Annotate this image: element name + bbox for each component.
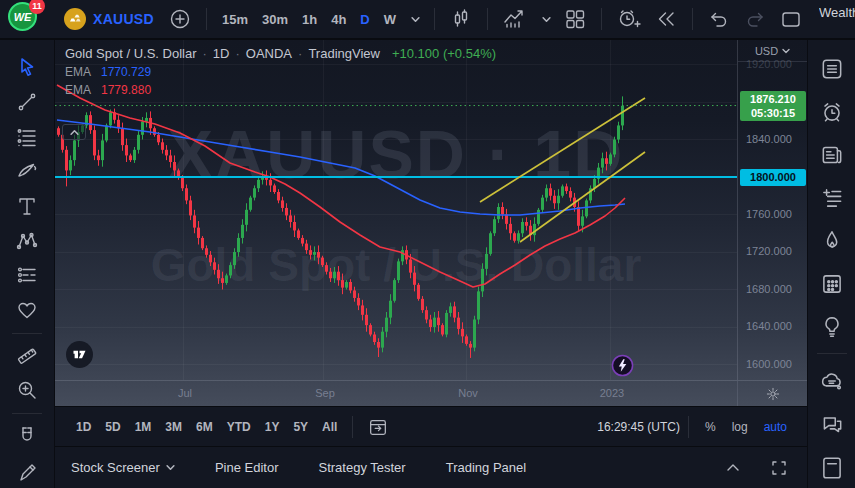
alarm-clock-icon bbox=[819, 99, 845, 125]
range-ytd[interactable]: YTD bbox=[220, 420, 258, 434]
range-6m[interactable]: 6M bbox=[189, 420, 220, 434]
tradingview-logo[interactable] bbox=[66, 341, 93, 368]
fib-retracement-tool[interactable] bbox=[10, 124, 44, 150]
account-logo[interactable]: WE 11 bbox=[8, 2, 42, 36]
symbol-search-button[interactable]: XAUUSD bbox=[56, 8, 162, 30]
range-3m[interactable]: 3M bbox=[158, 420, 189, 434]
auto-scale-button[interactable]: auto bbox=[756, 420, 795, 434]
open-panel-button[interactable] bbox=[719, 453, 747, 483]
layout-name-block[interactable]: Wealthy Educ... Save bbox=[819, 6, 855, 32]
timeframe-15m[interactable]: 15m bbox=[215, 5, 255, 33]
plus-circle-icon bbox=[168, 7, 192, 31]
toolbar-left-group: WE 11 XAUUSD 15m 30m 1h 4h D W bbox=[8, 0, 773, 38]
hotlists-button[interactable] bbox=[815, 227, 849, 255]
forecast-tool[interactable] bbox=[10, 263, 44, 289]
tab-trading-panel[interactable]: Trading Panel bbox=[446, 460, 526, 475]
magnet-tool[interactable] bbox=[10, 423, 44, 449]
range-5d[interactable]: 5D bbox=[98, 420, 127, 434]
magnifier-plus-icon bbox=[15, 378, 39, 402]
magnet-icon bbox=[15, 424, 39, 448]
right-sidebar bbox=[807, 40, 855, 488]
news-button[interactable] bbox=[815, 141, 849, 169]
toolbar-divider bbox=[601, 8, 602, 30]
price-change: +10.100 (+0.54%) bbox=[392, 46, 496, 61]
cursor-tool[interactable] bbox=[10, 55, 44, 81]
tab-stock-screener[interactable]: Stock Screener bbox=[71, 460, 175, 475]
goto-date-icon bbox=[367, 416, 389, 438]
save-button[interactable]: Save bbox=[819, 19, 855, 32]
chat-cloud-icon bbox=[819, 368, 845, 394]
snapshot-button[interactable] bbox=[773, 4, 809, 34]
chat-cloud-button[interactable] bbox=[815, 367, 849, 395]
alerts-button[interactable] bbox=[815, 98, 849, 126]
text-notes-button[interactable] bbox=[815, 184, 849, 212]
redo-button[interactable] bbox=[737, 4, 773, 34]
range-5y[interactable]: 5Y bbox=[286, 420, 315, 434]
emoji-tool[interactable] bbox=[10, 297, 44, 323]
legend-title[interactable]: Gold Spot / U.S. Dollar bbox=[65, 46, 197, 61]
indicators-button[interactable] bbox=[496, 4, 534, 34]
chart-style-button[interactable] bbox=[443, 4, 479, 34]
range-1d[interactable]: 1D bbox=[69, 420, 98, 434]
goto-date-button[interactable] bbox=[361, 412, 395, 442]
brush-tool[interactable] bbox=[10, 159, 44, 185]
layout-grid-button[interactable] bbox=[557, 4, 593, 34]
tab-strategy-tester[interactable]: Strategy Tester bbox=[318, 460, 405, 475]
alert-clock-icon bbox=[616, 7, 642, 31]
calendar-button[interactable] bbox=[815, 270, 849, 298]
range-1m[interactable]: 1M bbox=[128, 420, 159, 434]
undo-button[interactable] bbox=[701, 4, 737, 34]
watchlist-button[interactable] bbox=[815, 56, 849, 84]
xabcd-pattern-tool[interactable] bbox=[10, 228, 44, 254]
legend-platform[interactable]: TradingView bbox=[308, 46, 380, 61]
time-axis[interactable]: JulSepNov2023 bbox=[55, 380, 807, 406]
legend-collapse-button[interactable] bbox=[62, 124, 86, 140]
bar-replay-button[interactable] bbox=[648, 4, 684, 34]
compare-add-button[interactable] bbox=[162, 4, 198, 34]
timeframe-1w[interactable]: W bbox=[377, 5, 403, 33]
time-tick: Sep bbox=[310, 387, 340, 399]
zoom-in-tool[interactable] bbox=[10, 378, 44, 404]
timeframe-1d[interactable]: D bbox=[353, 5, 376, 33]
layout-grid-icon bbox=[563, 7, 587, 31]
chart-footer-toolbar: 1D 5D 1M 3M 6M YTD 1Y 5Y All 16:29:45 (U… bbox=[55, 406, 807, 446]
fib-retracement-icon bbox=[15, 125, 39, 149]
layout-name[interactable]: Wealthy Educ... bbox=[819, 6, 855, 19]
ideas-button[interactable] bbox=[815, 313, 849, 341]
range-all[interactable]: All bbox=[315, 420, 344, 434]
forecast-icon bbox=[15, 263, 39, 287]
tab-pine-editor[interactable]: Pine Editor bbox=[215, 460, 279, 475]
snapshot-icon bbox=[779, 7, 803, 31]
ema-red-value: 1779.880 bbox=[101, 83, 151, 97]
measure-tool[interactable] bbox=[10, 343, 44, 369]
timeframe-30m[interactable]: 30m bbox=[255, 5, 295, 33]
edit-tool[interactable] bbox=[10, 458, 44, 484]
top-toolbar: WE 11 XAUUSD 15m 30m 1h 4h D W bbox=[0, 0, 855, 40]
range-1y[interactable]: 1Y bbox=[258, 420, 287, 434]
price-axis[interactable]: USD 1876.210 05:30:15 1800.000 1920.0001… bbox=[737, 40, 807, 380]
ema-indicator-row[interactable]: EMA 1770.729 bbox=[65, 65, 496, 79]
legend-exchange[interactable]: OANDA bbox=[246, 46, 292, 61]
clock-utc[interactable]: 16:29:45 (UTC) bbox=[597, 420, 680, 434]
indicators-menu-button[interactable] bbox=[536, 4, 557, 34]
text-tool[interactable] bbox=[10, 193, 44, 219]
timeframe-4h[interactable]: 4h bbox=[324, 5, 353, 33]
create-alert-button[interactable] bbox=[610, 4, 648, 34]
chats-button[interactable] bbox=[815, 410, 849, 438]
ema-indicator-row[interactable]: EMA 1779.880 bbox=[65, 83, 496, 97]
lightning-badge[interactable] bbox=[611, 354, 634, 377]
toolbar-divider bbox=[206, 8, 207, 30]
hline-price-label[interactable]: 1800.000 bbox=[740, 169, 806, 186]
fullscreen-button[interactable] bbox=[765, 453, 793, 483]
legend-symbol-row[interactable]: Gold Spot / U.S. Dollar · 1D · OANDA · T… bbox=[65, 46, 496, 61]
chart-settings-button[interactable] bbox=[737, 381, 807, 406]
last-price-label[interactable]: 1876.210 05:30:15 bbox=[740, 91, 806, 121]
trend-line-tool[interactable] bbox=[10, 89, 44, 115]
legend-interval[interactable]: 1D bbox=[213, 46, 230, 61]
object-tree-button[interactable] bbox=[815, 453, 849, 481]
timeframe-menu-button[interactable] bbox=[405, 4, 426, 34]
log-scale-button[interactable]: log bbox=[724, 420, 756, 434]
currency-selector[interactable]: USD bbox=[738, 40, 807, 62]
timeframe-1h[interactable]: 1h bbox=[295, 5, 324, 33]
percent-scale-button[interactable]: % bbox=[697, 420, 724, 434]
